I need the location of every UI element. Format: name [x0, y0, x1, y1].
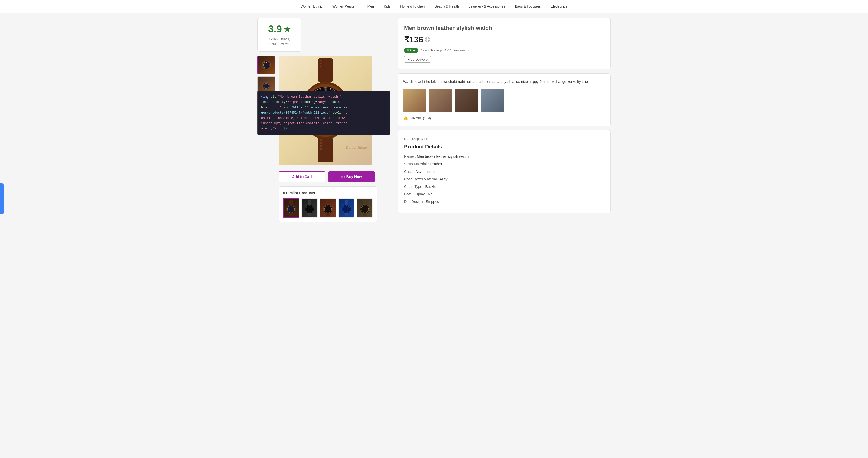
svg-rect-81 [326, 200, 330, 204]
svg-point-20 [322, 66, 323, 67]
buy-now-button[interactable]: »» Buy Now [329, 171, 375, 182]
nav-electronics[interactable]: Electronics [550, 4, 568, 8]
add-to-cart-button[interactable]: Add to Cart [279, 171, 326, 182]
badge-score: 3.9 [407, 48, 411, 52]
rating-counts: 17266 Ratings, 4751 Reviews [269, 37, 290, 46]
helpful-count: (119) [423, 116, 431, 120]
thumbs-up-icon: 👍 [403, 116, 408, 121]
devtools-overlay: <img alt="Men brown leather stylish watc… [257, 91, 390, 135]
svg-rect-71 [320, 145, 322, 147]
svg-rect-76 [289, 213, 293, 216]
svg-rect-16 [320, 63, 322, 64]
review-text: Watch to achi he lekin uska chabi nahi h… [403, 79, 605, 85]
product-rating-badge: 3.9 ★ [404, 48, 418, 53]
date-display-note: Date Display : No [404, 137, 604, 141]
svg-rect-77 [308, 200, 311, 204]
helpful-row: 👍 Helpful (119) [403, 116, 605, 121]
nav-bags-footwear[interactable]: Bags & Footwear [514, 4, 542, 8]
rating-star-icon: ★ [283, 25, 290, 34]
watermark: Daniel Jubile [346, 146, 367, 149]
detail-row-name: Name : Men brown leather stylish watch [404, 154, 604, 159]
detail-label-clasp: Clasp Type : [404, 185, 425, 189]
svg-point-78 [305, 205, 314, 214]
svg-point-18 [322, 60, 323, 61]
nav-beauty-health[interactable]: Beauty & Health [433, 4, 460, 8]
svg-rect-88 [345, 213, 348, 216]
similar-item-1[interactable] [283, 198, 299, 218]
review-image-2[interactable] [429, 89, 453, 112]
left-panel: 3.9 ★ 17266 Ratings, 4751 Reviews [257, 18, 393, 222]
price-value: ₹136 [404, 35, 423, 44]
svg-rect-15 [320, 60, 322, 61]
nav-kids[interactable]: Kids [383, 4, 392, 8]
nav-men[interactable]: Men [366, 4, 375, 8]
detail-row-date-display: Date Display : No [404, 191, 604, 197]
rating-dot: • [468, 48, 470, 53]
similar-products-list [283, 198, 373, 218]
thumbnail-1[interactable] [257, 56, 276, 74]
detail-row-strap: Strap Material : Leather [404, 161, 604, 167]
detail-value-clasp: Buckle [425, 185, 436, 189]
product-rating-row: 3.9 ★ 17266 Ratings, 4751 Reviews • [404, 48, 604, 53]
similar-item-5[interactable] [356, 198, 373, 218]
nav-women-western[interactable]: Women Western [331, 4, 359, 8]
detail-value-bezel: Alloy [439, 177, 447, 181]
detail-label-case: Case : [404, 170, 415, 174]
detail-label-date: Date Display : [404, 192, 428, 196]
helpful-label: Helpful [410, 116, 421, 120]
nav-jewellery[interactable]: Jewellery & Accessories [468, 4, 506, 8]
product-price: ₹136 ⓘ [404, 35, 604, 44]
detail-label-bezel: Case/Bezel Material : [404, 177, 439, 181]
svg-rect-69 [320, 139, 322, 141]
similar-item-2[interactable] [302, 198, 318, 218]
similar-products: 5 Similar Products [279, 186, 377, 222]
svg-rect-84 [326, 213, 330, 216]
product-details-card: Date Display : No Product Details Name :… [398, 130, 611, 213]
detail-row-bezel: Case/Bezel Material : Alloy [404, 177, 604, 182]
detail-value-dial: Stripped [426, 200, 439, 204]
rating-score: 3.9 ★ [268, 24, 290, 35]
svg-rect-14 [317, 59, 333, 82]
detail-row-dial: Dial Design : Stripped [404, 199, 604, 205]
product-title: Men brown leather stylish watch [404, 25, 604, 31]
product-info-card: Men brown leather stylish watch ₹136 ⓘ 3… [398, 18, 611, 69]
detail-value-case: Asymmetric [415, 170, 435, 174]
detail-label-strap: Strap Material : [404, 162, 430, 166]
detail-label-dial: Dial Design : [404, 200, 426, 204]
navbar: Women Ethnic Women Western Men Kids Home… [0, 0, 868, 13]
detail-row-clasp: Clasp Type : Buckle [404, 184, 604, 189]
svg-point-82 [323, 205, 333, 214]
svg-rect-92 [363, 213, 367, 216]
review-image-3[interactable] [455, 89, 478, 112]
svg-rect-72 [320, 148, 322, 150]
svg-rect-73 [289, 200, 293, 204]
detail-value-date: No [428, 192, 432, 196]
similar-item-4[interactable] [338, 198, 354, 218]
svg-rect-70 [320, 142, 322, 144]
svg-point-74 [286, 205, 296, 214]
svg-point-90 [360, 205, 370, 214]
review-images [403, 89, 605, 112]
main-container: 3.9 ★ 17266 Ratings, 4751 Reviews [252, 13, 616, 227]
right-panel: Men brown leather stylish watch ₹136 ⓘ 3… [398, 18, 611, 222]
svg-rect-89 [363, 200, 367, 204]
price-info-icon[interactable]: ⓘ [425, 37, 430, 42]
rating-number: 3.9 [268, 24, 282, 35]
nav-home-kitchen[interactable]: Home & Kitchen [399, 4, 426, 8]
svg-rect-80 [308, 213, 311, 216]
free-delivery-badge: Free Delivery [404, 56, 431, 63]
detail-value-strap: Leather [430, 162, 442, 166]
badge-star-icon: ★ [412, 48, 415, 52]
review-image-4[interactable] [481, 89, 504, 112]
nav-women-ethnic[interactable]: Women Ethnic [300, 4, 323, 8]
similar-item-3[interactable] [320, 198, 336, 218]
detail-value-name: Men brown leather stylish watch [417, 154, 469, 158]
review-image-1[interactable] [403, 89, 427, 112]
svg-point-86 [342, 205, 351, 214]
similar-products-title: 5 Similar Products [283, 191, 373, 195]
action-buttons: Add to Cart »» Buy Now [279, 171, 375, 182]
detail-row-case: Case : Asymmetric [404, 169, 604, 175]
svg-rect-17 [320, 66, 322, 67]
detail-label-name: Name : [404, 154, 417, 158]
review-card: Watch to achi he lekin uska chabi nahi h… [398, 73, 611, 126]
